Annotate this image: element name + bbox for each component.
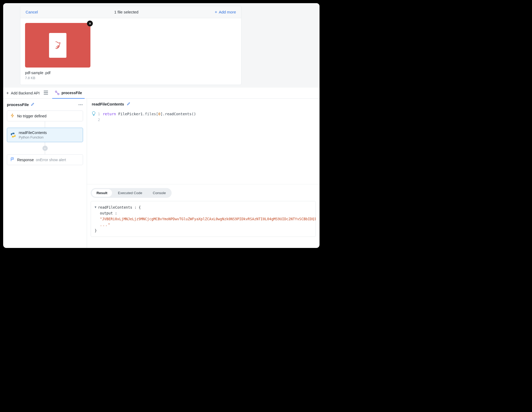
code-punct: .files[ xyxy=(143,112,158,116)
filepicker-title: 1 file selected xyxy=(114,10,138,14)
rename-workflow-button[interactable] xyxy=(31,102,35,107)
filepicker-body: ✕ pdf-sample .pdf 7.8 KB xyxy=(20,18,241,85)
add-more-label: Add more xyxy=(219,10,236,14)
add-backend-api-label: Add Backend API xyxy=(11,91,40,95)
add-backend-api-button[interactable]: + Add Backend API xyxy=(6,91,40,95)
function-node-type: Python Function xyxy=(19,135,47,139)
tab-processfile[interactable]: processFile xyxy=(52,88,85,99)
result-box[interactable]: ▼ readFileContents : { output : "JVBERi0… xyxy=(91,201,316,237)
tab-result[interactable]: Result xyxy=(92,189,112,197)
pencil-icon xyxy=(31,102,35,106)
pencil-icon xyxy=(127,102,130,106)
result-tabs: Result Executed Code Console xyxy=(91,188,172,198)
result-open-brace: : { xyxy=(132,205,141,209)
python-icon xyxy=(10,132,16,138)
function-title: readFileContents xyxy=(92,102,124,106)
pdf-icon xyxy=(54,41,62,50)
flag-icon xyxy=(10,157,14,162)
workflow-more-button[interactable]: ••• xyxy=(78,103,83,107)
function-node[interactable]: readFileContents Python Function xyxy=(7,128,83,142)
result-ellipsis[interactable]: ..." xyxy=(95,222,312,228)
result-output-value: "JVBERi0xLjMNJeLjz9MNCjcgMCBvYmoNPDwvTGl… xyxy=(95,216,312,222)
file-thumbnail xyxy=(25,23,90,68)
close-icon: ✕ xyxy=(89,22,91,26)
code-number: 0 xyxy=(158,112,160,116)
file-size-label: 7.8 KB xyxy=(25,76,90,80)
response-node[interactable]: Response onError show alert xyxy=(7,154,83,165)
caret-down-icon[interactable]: ▼ xyxy=(95,204,96,210)
menu-button[interactable] xyxy=(44,91,48,95)
code-editor[interactable]: 12 return FilePicker1.files[0].readConte… xyxy=(87,109,320,128)
code-keyword: return xyxy=(103,112,116,116)
result-panel: Result Executed Code Console ▼ readFileC… xyxy=(87,184,320,248)
tab-console[interactable]: Console xyxy=(148,189,171,197)
filepicker-header: Cancel 1 file selected + Add more xyxy=(20,6,241,18)
plus-icon: + xyxy=(6,91,9,95)
response-label: Response xyxy=(17,158,34,162)
editor-header: readFileContents xyxy=(87,99,320,109)
add-more-button[interactable]: + Add more xyxy=(215,10,236,14)
rename-function-button[interactable] xyxy=(127,102,130,106)
tab-label: processFile xyxy=(61,91,82,95)
code-body[interactable]: return FilePicker1.files[0].readContents… xyxy=(103,111,196,123)
pdf-page-icon xyxy=(49,33,66,58)
plus-icon: + xyxy=(215,10,217,14)
hamburger-icon xyxy=(44,91,48,94)
result-output-label: output : xyxy=(95,210,312,216)
workflow-sidebar: processFile ••• No trigger defined xyxy=(3,99,87,248)
lightbulb-icon[interactable] xyxy=(92,111,96,117)
result-key: readFileContents xyxy=(98,205,132,209)
bolt-icon xyxy=(10,113,14,118)
editor-panel: readFileContents 12 return FilePicker xyxy=(87,99,320,248)
trigger-node[interactable]: No trigger defined xyxy=(7,111,83,121)
cancel-button[interactable]: Cancel xyxy=(26,10,38,14)
line-gutter: 12 xyxy=(98,111,100,123)
code-call: ].readContents() xyxy=(161,112,196,116)
add-node-button[interactable]: + xyxy=(42,146,48,151)
svg-point-2 xyxy=(12,133,12,133)
file-name-label: pdf-sample .pdf xyxy=(25,71,90,75)
toolbar: + Add Backend API processFile xyxy=(3,88,320,99)
sidebar-title-row: processFile ••• xyxy=(7,102,83,107)
tab-executed-code[interactable]: Executed Code xyxy=(113,189,147,197)
main-area: processFile ••• No trigger defined xyxy=(3,99,320,248)
workflow-icon xyxy=(55,90,60,95)
trigger-label: No trigger defined xyxy=(17,114,46,118)
function-node-name: readFileContents xyxy=(19,131,47,135)
result-close-brace: } xyxy=(95,228,312,233)
code-identifier: FilePicker1 xyxy=(116,112,143,116)
file-tile[interactable]: ✕ pdf-sample .pdf 7.8 KB xyxy=(25,23,90,80)
filepicker-panel: Cancel 1 file selected + Add more ✕ xyxy=(20,6,241,85)
workflow-name: processFile xyxy=(7,102,29,107)
svg-point-3 xyxy=(14,137,14,137)
response-subtext: onError show alert xyxy=(36,158,66,162)
connector xyxy=(45,121,45,128)
remove-file-button[interactable]: ✕ xyxy=(87,21,93,26)
filepicker-section: Cancel 1 file selected + Add more ✕ xyxy=(3,3,320,88)
